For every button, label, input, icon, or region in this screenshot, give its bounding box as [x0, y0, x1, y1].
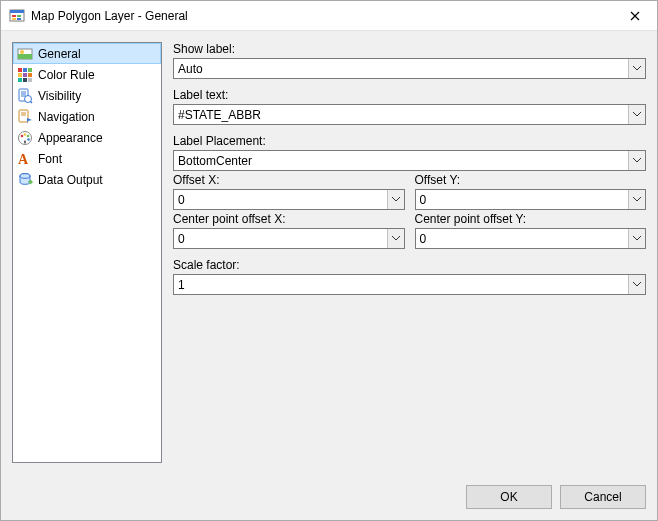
chevron-down-icon[interactable]: [628, 275, 645, 294]
cp-offset-y-label: Center point offset Y:: [415, 212, 647, 226]
show-label-label: Show label:: [173, 42, 646, 56]
offset-x-label: Offset X:: [173, 173, 405, 187]
svg-rect-11: [28, 68, 32, 72]
sidebar-item-label: Color Rule: [38, 68, 95, 82]
font-icon: A: [17, 151, 33, 167]
chevron-down-icon[interactable]: [387, 190, 404, 209]
sidebar-item-appearance[interactable]: Appearance: [13, 127, 161, 148]
chevron-down-icon[interactable]: [628, 59, 645, 78]
svg-rect-5: [17, 18, 21, 20]
sidebar-item-label: Navigation: [38, 110, 95, 124]
cp-offset-x-combo[interactable]: [173, 228, 405, 249]
window-title: Map Polygon Layer - General: [31, 9, 613, 23]
svg-rect-4: [12, 18, 16, 20]
svg-rect-13: [23, 73, 27, 77]
scale-factor-combo[interactable]: [173, 274, 646, 295]
data-output-icon: [17, 172, 33, 188]
sidebar-item-label: Visibility: [38, 89, 81, 103]
general-icon: [17, 46, 33, 62]
svg-rect-21: [19, 110, 28, 122]
chevron-down-icon[interactable]: [628, 229, 645, 248]
sidebar-item-label: Data Output: [38, 173, 103, 187]
svg-rect-7: [18, 54, 32, 59]
form-panel: Show label: Label text: Label Placement:…: [173, 42, 646, 463]
chevron-down-icon[interactable]: [628, 105, 645, 124]
app-icon: [9, 8, 25, 24]
scale-factor-input[interactable]: [174, 275, 628, 294]
svg-point-19: [25, 95, 32, 102]
offset-x-combo[interactable]: [173, 189, 405, 210]
dialog-body: General Color Rule Visibility: [1, 31, 657, 474]
sidebar-item-font[interactable]: A Font: [13, 148, 161, 169]
svg-rect-17: [28, 78, 32, 82]
svg-rect-9: [18, 68, 22, 72]
navigation-icon: [17, 109, 33, 125]
svg-point-23: [21, 134, 24, 137]
svg-rect-16: [23, 78, 27, 82]
svg-line-20: [31, 101, 33, 103]
sidebar-item-navigation[interactable]: Navigation: [13, 106, 161, 127]
cp-offset-y-combo[interactable]: [415, 228, 647, 249]
sidebar-item-visibility[interactable]: Visibility: [13, 85, 161, 106]
chevron-down-icon[interactable]: [628, 190, 645, 209]
svg-point-8: [20, 50, 24, 54]
svg-point-29: [20, 173, 30, 178]
svg-point-24: [24, 133, 27, 136]
sidebar-item-label: Appearance: [38, 131, 103, 145]
offset-y-input[interactable]: [416, 190, 629, 209]
ok-button[interactable]: OK: [466, 485, 552, 509]
svg-point-26: [27, 138, 30, 141]
svg-rect-3: [17, 15, 21, 17]
color-rule-icon: [17, 67, 33, 83]
label-placement-combo[interactable]: [173, 150, 646, 171]
dialog-window: Map Polygon Layer - General General: [0, 0, 658, 521]
svg-point-25: [27, 134, 30, 137]
label-placement-label: Label Placement:: [173, 134, 646, 148]
cp-offset-x-label: Center point offset X:: [173, 212, 405, 226]
cancel-button[interactable]: Cancel: [560, 485, 646, 509]
svg-rect-14: [28, 73, 32, 77]
label-text-label: Label text:: [173, 88, 646, 102]
svg-rect-2: [12, 15, 16, 17]
cp-offset-y-input[interactable]: [416, 229, 629, 248]
svg-text:A: A: [18, 152, 29, 167]
sidebar-item-color-rule[interactable]: Color Rule: [13, 64, 161, 85]
svg-rect-1: [10, 10, 24, 13]
svg-rect-12: [18, 73, 22, 77]
visibility-icon: [17, 88, 33, 104]
label-text-combo[interactable]: [173, 104, 646, 125]
sidebar: General Color Rule Visibility: [12, 42, 162, 463]
label-placement-input[interactable]: [174, 151, 628, 170]
chevron-down-icon[interactable]: [387, 229, 404, 248]
svg-rect-15: [18, 78, 22, 82]
titlebar: Map Polygon Layer - General: [1, 1, 657, 31]
button-bar: OK Cancel: [1, 474, 657, 520]
offset-y-label: Offset Y:: [415, 173, 647, 187]
sidebar-item-label: General: [38, 47, 81, 61]
sidebar-item-label: Font: [38, 152, 62, 166]
sidebar-item-data-output[interactable]: Data Output: [13, 169, 161, 190]
appearance-icon: [17, 130, 33, 146]
show-label-input[interactable]: [174, 59, 628, 78]
label-text-input[interactable]: [174, 105, 628, 124]
svg-rect-10: [23, 68, 27, 72]
scale-factor-label: Scale factor:: [173, 258, 646, 272]
show-label-combo[interactable]: [173, 58, 646, 79]
chevron-down-icon[interactable]: [628, 151, 645, 170]
close-button[interactable]: [613, 1, 657, 30]
cp-offset-x-input[interactable]: [174, 229, 387, 248]
sidebar-item-general[interactable]: General: [13, 43, 161, 64]
offset-y-combo[interactable]: [415, 189, 647, 210]
offset-x-input[interactable]: [174, 190, 387, 209]
